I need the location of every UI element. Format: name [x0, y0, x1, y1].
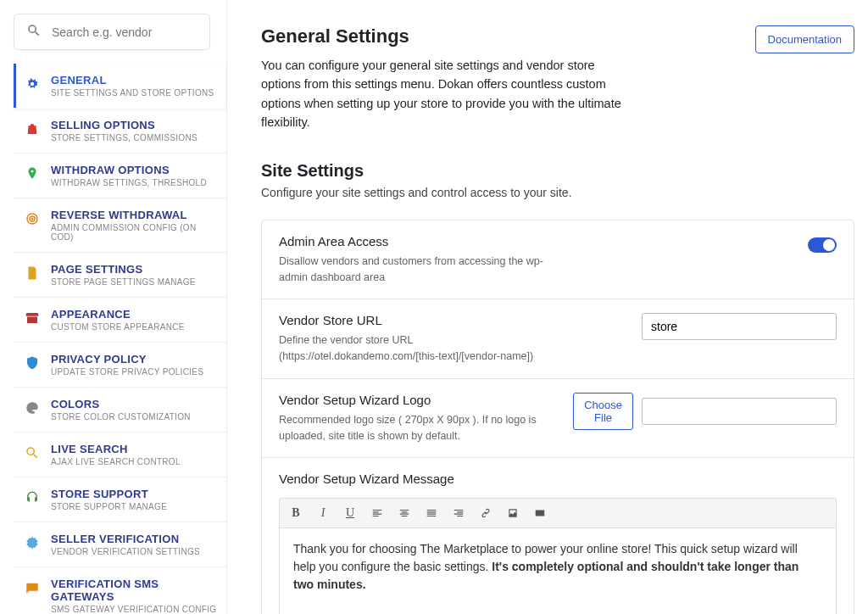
- underline-icon[interactable]: U: [341, 504, 359, 522]
- logo-file-display[interactable]: [642, 398, 837, 425]
- sidebar-item-support[interactable]: STORE SUPPORTSTORE SUPPORT MANAGE: [14, 477, 226, 522]
- setting-desc: Disallow vendors and customers from acce…: [279, 254, 567, 286]
- section-title: Site Settings: [261, 161, 854, 181]
- link-icon[interactable]: [476, 504, 495, 522]
- sidebar-item-title: STORE SUPPORT: [51, 488, 167, 500]
- sidebar-search[interactable]: [14, 14, 210, 50]
- sidebar-item-title: APPEARANCE: [51, 308, 185, 321]
- setting-label: Vendor Store URL: [279, 313, 567, 327]
- bold-icon[interactable]: B: [287, 504, 305, 522]
- settings-sidebar: GENERALSITE SETTINGS AND STORE OPTIONSSE…: [0, 0, 227, 614]
- sidebar-item-title: GENERAL: [51, 74, 214, 87]
- palette-icon: [24, 399, 41, 416]
- sidebar-item-page[interactable]: PAGE SETTINGSSTORE PAGE SETTINGS MANAGE: [14, 253, 226, 298]
- align-right-icon[interactable]: [449, 504, 468, 522]
- sidebar-item-title: WITHDRAW OPTIONS: [51, 164, 207, 176]
- sidebar-item-title: SELLING OPTIONS: [51, 119, 198, 131]
- sidebar-item-sms[interactable]: VERIFICATION SMS GATEWAYSSMS GATEWAY VER…: [14, 567, 226, 614]
- image-icon[interactable]: [504, 504, 522, 522]
- align-center-icon[interactable]: [395, 504, 414, 522]
- sidebar-item-subtitle: SITE SETTINGS AND STORE OPTIONS: [51, 88, 214, 98]
- setting-admin-access: Admin Area Access Disallow vendors and c…: [262, 220, 854, 300]
- sidebar-item-subtitle: STORE PAGE SETTINGS MANAGE: [51, 277, 196, 287]
- sidebar-item-seller[interactable]: SELLER VERIFICATIONVENDOR VERIFICATION S…: [14, 522, 226, 567]
- sidebar-item-withdraw[interactable]: WITHDRAW OPTIONSWITHDRAW SETTINGS, THRES…: [14, 154, 226, 198]
- editor-toolbar: B I U: [280, 499, 836, 528]
- target-icon: [24, 210, 41, 227]
- sidebar-item-title: VERIFICATION SMS GATEWAYS: [51, 578, 220, 603]
- sidebar-item-subtitle: AJAX LIVE SEARCH CONTROL: [51, 457, 181, 466]
- setting-label: Vendor Setup Wizard Message: [279, 472, 837, 486]
- sidebar-item-subtitle: STORE SUPPORT MANAGE: [51, 502, 167, 511]
- documentation-button[interactable]: Documentation: [755, 25, 854, 53]
- sidebar-item-subtitle: STORE SETTINGS, COMMISSIONS: [51, 133, 198, 142]
- sidebar-item-privacy[interactable]: PRIVACY POLICYUPDATE STORE PRIVACY POLIC…: [14, 343, 226, 388]
- section-desc: Configure your site settings and control…: [261, 186, 854, 199]
- keyboard-icon[interactable]: [531, 504, 549, 522]
- sidebar-item-general[interactable]: GENERALSITE SETTINGS AND STORE OPTIONS: [14, 64, 226, 109]
- sidebar-item-subtitle: ADMIN COMMISSION CONFIG (ON COD): [51, 223, 220, 242]
- sidebar-item-title: COLORS: [51, 398, 191, 410]
- choose-file-button[interactable]: Choose File: [573, 393, 633, 430]
- setting-label: Vendor Setup Wizard Logo: [279, 393, 556, 407]
- store-icon: [24, 310, 41, 327]
- italic-icon[interactable]: I: [314, 504, 332, 522]
- sidebar-item-title: LIVE SEARCH: [51, 443, 181, 455]
- store-url-input[interactable]: [642, 313, 837, 340]
- sidebar-item-title: PAGE SETTINGS: [51, 263, 196, 276]
- sidebar-item-title: REVERSE WITHDRAWAL: [51, 209, 220, 221]
- sidebar-item-title: PRIVACY POLICY: [51, 353, 203, 366]
- align-justify-icon[interactable]: [422, 504, 441, 522]
- shield-icon: [24, 354, 41, 371]
- settings-group: Admin Area Access Disallow vendors and c…: [261, 220, 854, 614]
- setting-label: Admin Area Access: [279, 234, 567, 248]
- admin-access-toggle[interactable]: [808, 237, 837, 253]
- sidebar-item-subtitle: WITHDRAW SETTINGS, THRESHOLD: [51, 178, 207, 187]
- svg-point-2: [31, 218, 33, 220]
- sidebar-nav-list: GENERALSITE SETTINGS AND STORE OPTIONSSE…: [14, 64, 226, 614]
- sidebar-item-subtitle: SMS GATEWAY VERIFICATION CONFIG: [51, 605, 220, 614]
- setting-wizard-logo: Vendor Setup Wizard Logo Recommended log…: [262, 379, 854, 459]
- sidebar-item-subtitle: CUSTOM STORE APPEARANCE: [51, 322, 185, 332]
- gear-icon: [24, 75, 41, 92]
- sidebar-search-input[interactable]: [52, 25, 200, 39]
- bag-icon: [24, 120, 41, 137]
- sidebar-item-reverse[interactable]: REVERSE WITHDRAWALADMIN COMMISSION CONFI…: [14, 198, 226, 253]
- setting-store-url: Vendor Store URL Define the vendor store…: [262, 299, 854, 379]
- align-left-icon[interactable]: [368, 504, 387, 522]
- page-title: General Settings: [261, 25, 626, 47]
- rich-text-editor: B I U Thank you for choosing The Marketp…: [279, 498, 837, 614]
- search-icon: [26, 23, 42, 41]
- search-icon: [24, 444, 41, 461]
- editor-textarea[interactable]: Thank you for choosing The Marketplace t…: [280, 528, 836, 614]
- sidebar-item-subtitle: VENDOR VERIFICATION SETTINGS: [51, 547, 200, 556]
- verify-icon: [24, 534, 41, 551]
- sidebar-item-subtitle: UPDATE STORE PRIVACY POLICIES: [51, 367, 203, 377]
- sidebar-item-colors[interactable]: COLORSSTORE COLOR CUSTOMIZATION: [14, 388, 226, 433]
- setting-wizard-message: Vendor Setup Wizard Message B I U: [262, 458, 854, 614]
- sms-icon: [24, 579, 41, 596]
- sidebar-item-appear[interactable]: APPEARANCECUSTOM STORE APPEARANCE: [14, 298, 226, 343]
- headset-icon: [24, 489, 41, 506]
- sidebar-item-selling[interactable]: SELLING OPTIONSSTORE SETTINGS, COMMISSIO…: [14, 109, 226, 154]
- setting-desc: Recommended logo size ( 270px X 90px ). …: [279, 412, 556, 444]
- sidebar-item-title: SELLER VERIFICATION: [51, 533, 200, 545]
- doc-icon: [24, 265, 41, 282]
- page-intro: You can configure your general site sett…: [261, 56, 626, 132]
- main-panel: General Settings You can configure your …: [227, 0, 868, 614]
- sidebar-item-subtitle: STORE COLOR CUSTOMIZATION: [51, 412, 191, 421]
- pin-icon: [24, 165, 41, 182]
- sidebar-item-live[interactable]: LIVE SEARCHAJAX LIVE SEARCH CONTROL: [14, 433, 226, 477]
- setting-desc: Define the vendor store URL (https://ote…: [279, 332, 567, 365]
